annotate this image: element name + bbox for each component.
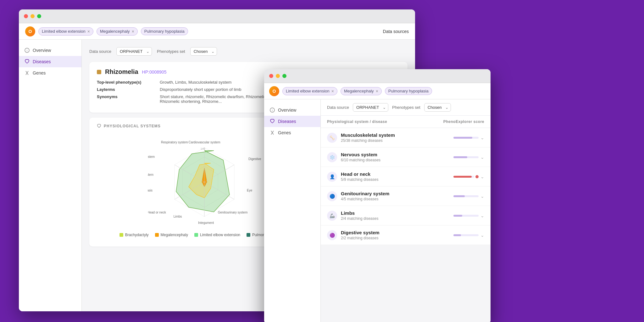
score-area: ⌄ <box>453 135 484 140</box>
sidebar-item-genes[interactable]: Genes <box>19 67 81 79</box>
second-phenotypes-select[interactable]: Chosen <box>424 103 451 112</box>
score-bar-wrap <box>453 234 479 236</box>
second-tag-close-0[interactable]: × <box>331 89 334 94</box>
data-source-label: Data source <box>89 49 111 54</box>
second-phenotypes-select-wrap: Chosen <box>424 103 451 112</box>
svg-text:Cardiovascular system: Cardiovascular system <box>188 141 220 144</box>
tag-pulmonary[interactable]: Pulmonary hypoplasia <box>141 27 188 35</box>
second-data-source-select-wrap: ORPHANET <box>353 103 388 112</box>
second-body: i Overview Diseases Genes Data <box>264 99 491 322</box>
second-tag-limited-elbow[interactable]: Limited elbow extension × <box>282 87 337 95</box>
second-sidebar: i Overview Diseases Genes <box>264 99 321 322</box>
phenotype-hp-code: HP:0008905 <box>142 69 167 75</box>
score-bar-fill <box>453 156 467 158</box>
close-button[interactable] <box>24 14 28 18</box>
tag-close-icon[interactable]: × <box>87 29 90 34</box>
top-level-value: Growth, Limbs, Musculoskeletal system <box>160 80 231 85</box>
score-bar-wrap <box>453 137 479 139</box>
app-logo: O <box>25 26 35 36</box>
heart-section-icon <box>97 124 101 128</box>
top-level-label: Top-level phenotype(s) <box>97 80 160 85</box>
second-sidebar-overview[interactable]: i Overview <box>264 104 320 116</box>
score-bar-fill <box>453 137 472 139</box>
second-tag-close-1[interactable]: × <box>376 89 378 94</box>
phenotypes-set-label: Phenotypes set <box>157 49 185 54</box>
second-content-area: Data source ORPHANET Phenotypes set Chos… <box>321 99 491 322</box>
system-row[interactable]: 🦴 Musculoskeletal system 25/38 matching … <box>321 128 491 147</box>
score-area: ⌄ <box>453 174 484 179</box>
system-row[interactable]: 🦾 Limbs 2/4 matching diseases ⌄ <box>321 206 491 225</box>
system-sub: 2/4 matching diseases <box>341 216 378 221</box>
second-tag-pulmonary[interactable]: Pulmonary hypoplasia <box>385 87 432 95</box>
main-sidebar: i Overview Diseases Genes <box>19 40 82 311</box>
phenotypes-set-select-wrapper: Chosen <box>190 47 217 56</box>
tag-megalencephaly[interactable]: Megalencephaly × <box>97 27 138 36</box>
layterms-value: Disproportionately short upper portion o… <box>160 87 241 92</box>
legend-dot-megalencephaly <box>155 233 159 237</box>
second-minimize-button[interactable] <box>276 74 280 78</box>
second-data-source-select[interactable]: ORPHANET <box>353 103 388 112</box>
system-name: Digestive system <box>341 230 380 235</box>
second-heart-icon <box>270 119 275 124</box>
data-sources-button[interactable]: Data sources <box>383 29 409 34</box>
system-row[interactable]: ❄️ Nervous system 6/10 matching diseases… <box>321 147 491 167</box>
score-area: ⌄ <box>453 194 484 199</box>
legend-dot-pulmonary <box>247 233 250 237</box>
system-icon-circle: 🦴 <box>327 133 337 143</box>
score-area: ⌄ <box>453 155 484 160</box>
system-row[interactable]: 🟣 Digestive system 2/2 matching diseases… <box>321 225 491 245</box>
gene-icon <box>25 70 30 75</box>
svg-text:Limbs: Limbs <box>174 215 182 218</box>
legend-dot-limited-elbow <box>194 233 198 237</box>
legend-limited-elbow: Limited elbow extension <box>194 233 240 237</box>
system-row[interactable]: 👤 Head or neck 5/9 matching diseases ⌄ <box>321 167 491 186</box>
svg-text:Musculoskeletal system: Musculoskeletal system <box>148 173 153 176</box>
second-sidebar-diseases[interactable]: Diseases <box>264 116 320 127</box>
second-close-button[interactable] <box>269 74 273 78</box>
tag-close-icon[interactable]: × <box>132 29 134 34</box>
svg-text:i: i <box>27 49 27 52</box>
score-bar-fill <box>453 176 472 178</box>
diseases-table-header: Physiological system / disease PhenoExpl… <box>321 116 491 128</box>
maximize-button[interactable] <box>37 14 41 18</box>
system-icon-circle: ❄️ <box>327 152 337 162</box>
system-row[interactable]: 🔵 Genitourinary system 4/5 matching dise… <box>321 186 491 206</box>
score-bar-fill <box>453 215 462 217</box>
system-name: Limbs <box>341 210 378 216</box>
data-source-select[interactable]: ORPHANET <box>116 47 152 56</box>
col-system-label: Physiological system / disease <box>327 119 443 124</box>
sidebar-item-diseases[interactable]: Diseases <box>19 56 81 67</box>
sidebar-item-overview[interactable]: i Overview <box>19 45 81 56</box>
second-titlebar <box>264 69 491 83</box>
system-name: Musculoskeletal system <box>341 132 395 138</box>
score-bar-wrap <box>453 195 479 197</box>
chevron-down-icon: ⌄ <box>480 233 484 238</box>
layterms-label: Layterms <box>97 87 160 92</box>
system-name: Genitourinary system <box>341 191 389 196</box>
svg-text:Eye: Eye <box>247 189 253 192</box>
second-tag-megalencephaly[interactable]: Megalencephaly × <box>341 87 382 95</box>
tag-limited-elbow[interactable]: Limited elbow extension × <box>38 27 93 36</box>
system-icon-wrap: 👤 Head or neck 5/9 matching diseases <box>327 171 453 182</box>
system-icon-circle: 🔵 <box>327 191 337 201</box>
second-controls-row: Data source ORPHANET Phenotypes set Chos… <box>321 99 491 116</box>
second-info-icon: i <box>270 108 275 113</box>
system-icon-wrap: 🦴 Musculoskeletal system 25/38 matching … <box>327 132 453 143</box>
system-icon-wrap: 🔵 Genitourinary system 4/5 matching dise… <box>327 191 453 201</box>
system-icon-wrap: 🦾 Limbs 2/4 matching diseases <box>327 210 453 221</box>
synonyms-label: Synonyms <box>97 94 160 104</box>
phenotypes-set-select[interactable]: Chosen <box>190 47 217 56</box>
second-sidebar-genes[interactable]: Genes <box>264 127 320 138</box>
controls-row: Data source ORPHANET Phenotypes set Chos… <box>89 47 408 56</box>
system-sub: 6/10 matching diseases <box>341 158 380 162</box>
system-sub: 4/5 matching diseases <box>341 197 389 201</box>
score-area: ⌄ <box>453 213 484 218</box>
systems-list: 🦴 Musculoskeletal system 25/38 matching … <box>321 128 491 245</box>
score-bar-bg <box>453 215 479 217</box>
second-data-source-label: Data source <box>327 105 349 110</box>
svg-text:Digestive system: Digestive system <box>248 157 261 161</box>
svg-text:Head or neck: Head or neck <box>148 211 166 214</box>
score-area: ⌄ <box>453 233 484 238</box>
minimize-button[interactable] <box>31 14 35 18</box>
second-maximize-button[interactable] <box>282 74 286 78</box>
